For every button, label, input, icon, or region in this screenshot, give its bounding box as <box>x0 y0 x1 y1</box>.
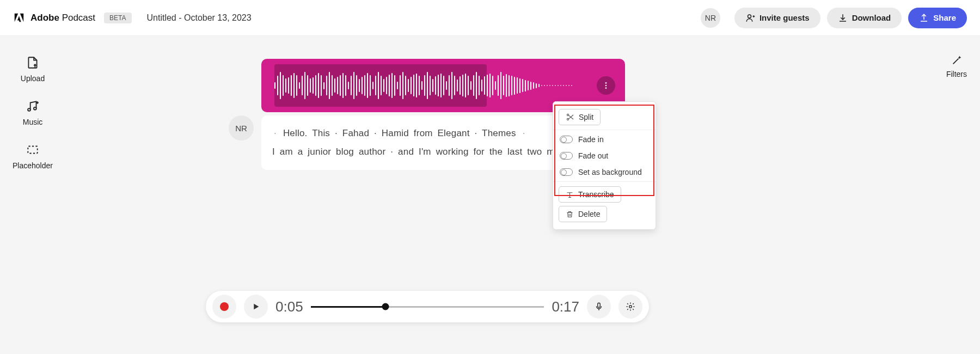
split-button[interactable]: Split <box>559 109 601 125</box>
brand-group: Adobe Podcast BETA <box>13 12 132 24</box>
record-button[interactable] <box>212 295 236 319</box>
svg-point-1 <box>28 108 30 111</box>
track-progress <box>311 306 385 308</box>
mic-button[interactable] <box>587 295 611 319</box>
clip-context-menu: Split Fade in Fade out Set as background… <box>553 101 656 230</box>
set-background-toggle[interactable]: Set as background <box>553 164 656 180</box>
play-icon <box>251 302 261 312</box>
waveform <box>274 70 592 101</box>
invite-guests-button[interactable]: Invite guests <box>734 8 820 28</box>
svg-point-10 <box>629 306 632 308</box>
adobe-logo-icon <box>13 12 25 24</box>
toggle-off-icon <box>560 152 573 160</box>
svg-point-0 <box>748 15 751 18</box>
svg-point-4 <box>605 82 607 84</box>
placeholder-tool[interactable]: Placeholder <box>13 143 53 170</box>
music-tool[interactable]: Music <box>23 99 43 126</box>
seek-thumb[interactable] <box>382 303 389 310</box>
placeholder-icon <box>26 143 40 157</box>
settings-button[interactable] <box>618 295 642 319</box>
speaker-avatar[interactable]: NR <box>229 115 254 141</box>
filters-wand-icon <box>951 54 963 66</box>
share-icon <box>919 13 929 23</box>
player-bar: 0:05 0:17 <box>206 291 649 322</box>
delete-button[interactable]: Delete <box>559 206 607 222</box>
total-time: 0:17 <box>552 298 579 315</box>
download-icon <box>838 13 848 23</box>
fade-out-toggle[interactable]: Fade out <box>553 148 656 164</box>
fade-in-toggle[interactable]: Fade in <box>553 131 656 148</box>
toggle-off-icon <box>560 136 573 143</box>
download-button[interactable]: Download <box>827 8 902 28</box>
trash-icon <box>566 210 574 218</box>
upload-tool[interactable]: Upload <box>21 56 45 83</box>
transcribe-button[interactable]: Transcribe <box>559 186 621 203</box>
svg-point-5 <box>605 85 607 87</box>
clip-more-button[interactable] <box>597 76 615 95</box>
record-icon <box>220 302 229 311</box>
app-header: Adobe Podcast BETA Untitled - October 13… <box>0 0 980 36</box>
split-icon <box>566 113 574 121</box>
upload-file-icon <box>26 56 40 70</box>
svg-point-6 <box>605 87 607 89</box>
filters-tool[interactable]: Filters <box>946 54 967 78</box>
left-sidebar: Upload Music Placeholder <box>0 36 65 170</box>
person-add-icon <box>745 13 755 23</box>
svg-point-2 <box>34 107 36 110</box>
share-button[interactable]: Share <box>908 8 967 28</box>
music-icon <box>26 99 40 113</box>
toggle-off-icon <box>560 168 573 176</box>
seek-track[interactable] <box>311 306 544 308</box>
current-time: 0:05 <box>275 298 303 315</box>
mic-icon <box>594 302 604 312</box>
document-title[interactable]: Untitled - October 13, 2023 <box>147 13 252 23</box>
more-vertical-icon <box>602 81 610 90</box>
play-button[interactable] <box>244 295 268 319</box>
type-icon <box>566 191 574 199</box>
user-avatar[interactable]: NR <box>701 8 720 28</box>
brand-text: Adobe Podcast <box>30 13 95 23</box>
svg-rect-9 <box>598 303 601 307</box>
gear-icon <box>626 302 635 312</box>
svg-rect-3 <box>28 147 37 154</box>
beta-badge: BETA <box>104 13 131 23</box>
